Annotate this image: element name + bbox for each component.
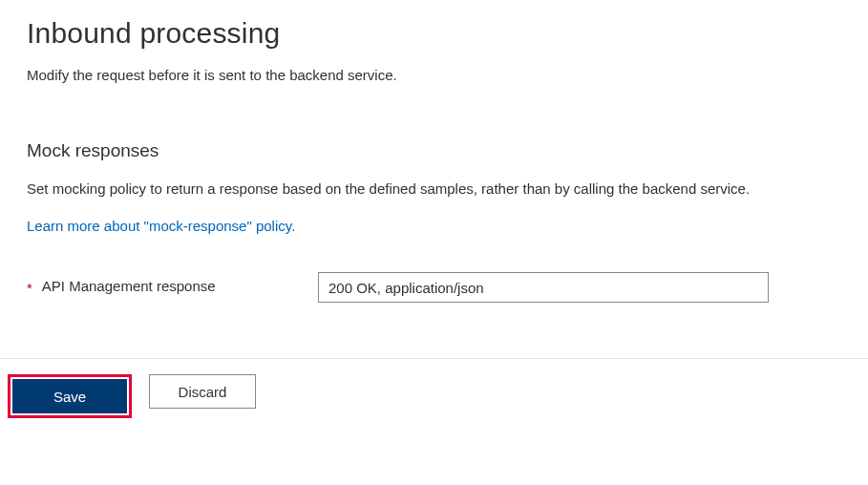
save-button-highlight: Save (8, 374, 132, 418)
page-subtitle: Modify the request before it is sent to … (27, 67, 841, 83)
page-title: Inbound processing (27, 17, 841, 50)
section-title-mock-responses: Mock responses (27, 140, 841, 161)
api-response-selected-value: 200 OK, application/json (328, 280, 484, 296)
field-label-api-response: API Management response (42, 278, 216, 294)
section-description: Set mocking policy to return a response … (27, 180, 841, 197)
api-response-select[interactable]: 200 OK, application/json (318, 272, 769, 303)
form-row-api-response: * API Management response 200 OK, applic… (27, 272, 841, 303)
learn-more-link[interactable]: Learn more about "mock-response" policy. (27, 218, 295, 234)
button-bar: Save Discard (0, 359, 868, 433)
discard-button[interactable]: Discard (149, 374, 256, 409)
save-button[interactable]: Save (12, 379, 127, 413)
required-indicator: * (27, 278, 32, 298)
